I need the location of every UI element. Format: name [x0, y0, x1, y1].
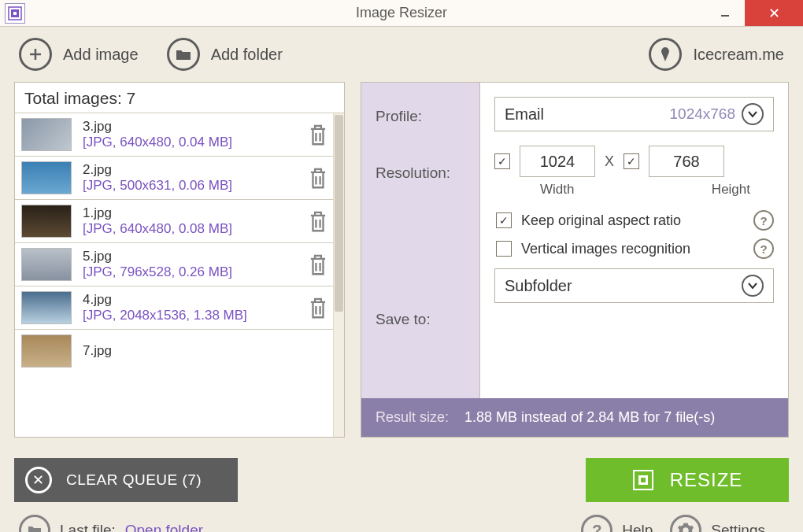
- footer: Last file: Open folder ? Help Settings: [0, 502, 803, 532]
- list-item[interactable]: 1.jpg [JPG, 640x480, 0.08 MB]: [15, 200, 344, 243]
- brand-link[interactable]: Icecream.me: [649, 38, 784, 71]
- add-image-label: Add image: [63, 46, 139, 64]
- delete-icon[interactable]: [308, 296, 328, 320]
- keep-ratio-checkbox[interactable]: [496, 212, 512, 228]
- delete-icon[interactable]: [308, 253, 328, 276]
- queue-total: 7: [127, 89, 136, 107]
- list-item[interactable]: 2.jpg [JPG, 500x631, 0.06 MB]: [15, 157, 344, 200]
- queue-header: Total images: 7: [15, 83, 344, 113]
- delete-icon[interactable]: [308, 166, 328, 190]
- chevron-down-icon: [742, 275, 764, 297]
- help-button[interactable]: ? Help: [581, 515, 653, 532]
- scroll-thumb[interactable]: [335, 115, 343, 312]
- file-meta: [JPG, 2048x1536, 1.38 MB]: [83, 308, 308, 323]
- last-file-button[interactable]: Last file: Open folder: [19, 515, 203, 532]
- help-label: Help: [622, 522, 653, 532]
- add-folder-button[interactable]: Add folder: [167, 38, 283, 71]
- resize-label: RESIZE: [670, 469, 743, 491]
- file-meta: [JPG, 500x631, 0.06 MB]: [83, 178, 308, 194]
- icecream-icon: [649, 38, 682, 71]
- file-name: 7.jpg: [83, 343, 338, 359]
- times-label: X: [605, 153, 614, 170]
- plus-icon: [19, 38, 52, 71]
- add-folder-label: Add folder: [211, 46, 283, 64]
- titlebar: Image Resizer ✕: [0, 0, 803, 27]
- close-button[interactable]: ✕: [745, 0, 803, 26]
- toolbar: Add image Add folder Icecream.me: [0, 27, 803, 82]
- list-item[interactable]: 3.jpg [JPG, 640x480, 0.04 MB]: [15, 113, 344, 157]
- thumbnail: [21, 161, 72, 194]
- width-label: Width: [540, 182, 574, 198]
- openfolder-link[interactable]: Open folder: [125, 522, 203, 532]
- resize-icon: [632, 469, 654, 491]
- svg-rect-2: [13, 12, 17, 15]
- brand-label: Icecream.me: [693, 46, 784, 64]
- vertical-recognition-label: Vertical images recognition: [521, 241, 744, 257]
- clear-queue-label: CLEAR QUEUE (7): [66, 471, 202, 489]
- height-input[interactable]: [649, 146, 724, 177]
- clear-queue-button[interactable]: ✕ CLEAR QUEUE (7): [14, 458, 238, 502]
- thumbnail: [21, 291, 72, 324]
- resize-button[interactable]: RESIZE: [586, 458, 789, 502]
- delete-icon[interactable]: [308, 209, 328, 233]
- queue-panel: Total images: 7 3.jpg [JPG, 640x480, 0.0…: [14, 82, 345, 438]
- thumbnail: [21, 205, 72, 238]
- file-name: 4.jpg: [83, 292, 308, 308]
- keep-ratio-label: Keep original aspect ratio: [521, 212, 744, 229]
- minimize-button[interactable]: [705, 0, 745, 26]
- height-checkbox[interactable]: [624, 153, 639, 169]
- file-name: 1.jpg: [83, 205, 308, 221]
- help-icon: ?: [581, 515, 612, 532]
- window-controls: ✕: [705, 0, 803, 26]
- profile-dimensions: 1024x768: [670, 105, 735, 123]
- profile-dropdown[interactable]: Email 1024x768: [494, 97, 774, 131]
- file-name: 5.jpg: [83, 249, 308, 264]
- lastfile-label: Last file:: [60, 522, 116, 532]
- list-item[interactable]: 4.jpg [JPG, 2048x1536, 1.38 MB]: [15, 286, 344, 330]
- file-name: 3.jpg: [83, 119, 308, 135]
- svg-rect-8: [641, 478, 646, 482]
- settings-panel: Profile: Resolution: Save to: Email 1024…: [361, 82, 789, 438]
- folder-icon: [19, 515, 50, 532]
- app-icon: [5, 3, 25, 24]
- gear-icon: [670, 515, 701, 532]
- folder-icon: [167, 38, 200, 71]
- profile-value: Email: [505, 105, 544, 124]
- settings-button[interactable]: Settings: [670, 515, 765, 532]
- height-label: Height: [712, 182, 750, 198]
- result-bar: Result size: 1.88 MB instead of 2.84 MB …: [361, 398, 788, 437]
- result-text: 1.88 MB instead of 2.84 MB for 7 file(-s…: [464, 409, 715, 426]
- file-meta: [JPG, 640x480, 0.08 MB]: [83, 221, 308, 237]
- close-icon: ✕: [25, 467, 52, 493]
- scrollbar[interactable]: [333, 113, 344, 437]
- settings-label: Settings: [711, 522, 765, 532]
- width-input[interactable]: [520, 146, 595, 177]
- thumbnail: [21, 118, 72, 151]
- chevron-down-icon: [742, 103, 764, 125]
- add-image-button[interactable]: Add image: [19, 38, 139, 71]
- saveto-label: Save to:: [376, 260, 479, 328]
- delete-icon[interactable]: [308, 123, 328, 146]
- file-meta: [JPG, 796x528, 0.26 MB]: [83, 264, 308, 280]
- list-item[interactable]: 7.jpg: [15, 330, 344, 372]
- thumbnail: [21, 248, 72, 281]
- resolution-label: Resolution:: [376, 158, 479, 260]
- vertical-recognition-checkbox[interactable]: [496, 241, 512, 257]
- list-item[interactable]: 5.jpg [JPG, 796x528, 0.26 MB]: [15, 243, 344, 286]
- thumbnail: [21, 334, 72, 368]
- file-meta: [JPG, 640x480, 0.04 MB]: [83, 135, 308, 150]
- file-name: 2.jpg: [83, 162, 308, 178]
- profile-label: Profile:: [376, 102, 479, 158]
- saveto-value: Subfolder: [505, 277, 572, 295]
- saveto-dropdown[interactable]: Subfolder: [494, 268, 774, 303]
- result-label: Result size:: [376, 409, 449, 426]
- queue-list: 3.jpg [JPG, 640x480, 0.04 MB] 2.jpg [JPG…: [15, 113, 344, 437]
- help-icon[interactable]: ?: [753, 210, 774, 231]
- help-icon[interactable]: ?: [753, 238, 774, 259]
- width-checkbox[interactable]: [494, 153, 510, 169]
- queue-header-prefix: Total images:: [24, 89, 127, 107]
- window-title: Image Resizer: [356, 5, 447, 21]
